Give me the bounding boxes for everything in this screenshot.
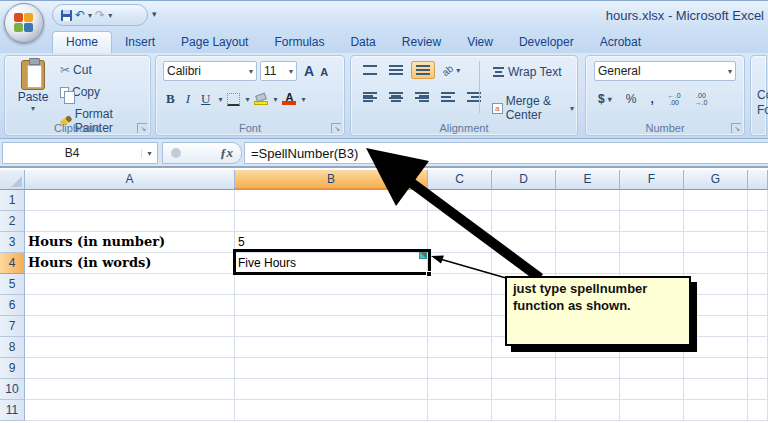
tab-page-layout[interactable]: Page Layout xyxy=(168,32,261,53)
cell-D4[interactable] xyxy=(492,253,556,274)
column-header-E[interactable]: E xyxy=(556,170,620,190)
name-box-dropdown-icon[interactable]: ▾ xyxy=(141,149,157,158)
name-box[interactable]: B4 ▾ xyxy=(2,142,158,164)
cell-C1[interactable] xyxy=(428,190,492,211)
office-button[interactable] xyxy=(4,3,44,43)
column-header-F[interactable]: F xyxy=(620,170,684,190)
cell-A10[interactable] xyxy=(25,379,235,400)
cell-A3[interactable]: Hours (in number) xyxy=(25,232,235,253)
row-header-5[interactable]: 5 xyxy=(0,274,25,295)
cell-B4[interactable]: Five Hours xyxy=(235,253,428,274)
underline-button[interactable]: U xyxy=(198,89,213,109)
cell-G10[interactable] xyxy=(684,379,748,400)
cell-partial-7[interactable] xyxy=(748,316,768,337)
cell-partial-4[interactable] xyxy=(748,253,768,274)
comma-button[interactable]: , xyxy=(646,89,657,109)
cell-partial-8[interactable] xyxy=(748,337,768,358)
qat-customize-icon[interactable]: ▾ xyxy=(152,9,157,19)
cell-E4[interactable] xyxy=(556,253,620,274)
cell-B10[interactable] xyxy=(235,379,428,400)
row-header-1[interactable]: 1 xyxy=(0,190,25,211)
decrease-indent-button[interactable] xyxy=(437,89,459,105)
fill-handle[interactable] xyxy=(426,271,432,277)
cell-C8[interactable] xyxy=(428,337,492,358)
column-header-D[interactable]: D xyxy=(492,170,556,190)
cell-E3[interactable] xyxy=(556,232,620,253)
cell-C6[interactable] xyxy=(428,295,492,316)
cell-G7[interactable] xyxy=(684,316,748,337)
undo-button[interactable]: ↶ xyxy=(75,9,85,21)
cell-A4[interactable]: Hours (in words) xyxy=(25,253,235,274)
cell-B11[interactable] xyxy=(235,400,428,421)
italic-button[interactable]: I xyxy=(183,89,193,109)
cell-B9[interactable] xyxy=(235,358,428,379)
align-right-button[interactable] xyxy=(411,89,433,105)
bold-button[interactable]: B xyxy=(163,89,178,109)
column-header-G[interactable]: G xyxy=(684,170,748,190)
font-size-dropdown-icon[interactable]: ▾ xyxy=(289,67,293,76)
decrease-decimal-button[interactable]: .00 →.0 xyxy=(691,89,712,109)
tab-formulas[interactable]: Formulas xyxy=(261,32,337,53)
cell-partial-5[interactable] xyxy=(748,274,768,295)
row-header-3[interactable]: 3 xyxy=(0,232,25,253)
cell-G11[interactable] xyxy=(684,400,748,421)
cell-F2[interactable] xyxy=(620,211,684,232)
grow-font-button[interactable]: A xyxy=(301,61,317,81)
cell-G5[interactable] xyxy=(684,274,748,295)
cell-F11[interactable] xyxy=(620,400,684,421)
cell-C5[interactable] xyxy=(428,274,492,295)
clipboard-dialog-launcher-icon[interactable]: ↘ xyxy=(137,123,147,133)
cell-G2[interactable] xyxy=(684,211,748,232)
percent-button[interactable]: % xyxy=(622,89,641,109)
select-all-corner[interactable] xyxy=(0,170,25,190)
column-header-partial[interactable] xyxy=(748,170,768,190)
orientation-button[interactable]: ab ▾ xyxy=(439,63,463,78)
align-top-button[interactable] xyxy=(359,62,381,78)
cell-B8[interactable] xyxy=(235,337,428,358)
cell-C4[interactable] xyxy=(428,253,492,274)
cell-G9[interactable] xyxy=(684,358,748,379)
cell-E2[interactable] xyxy=(556,211,620,232)
cell-B2[interactable] xyxy=(235,211,428,232)
increase-indent-button[interactable] xyxy=(463,89,485,105)
cell-D3[interactable] xyxy=(492,232,556,253)
tab-home[interactable]: Home xyxy=(52,31,112,53)
cell-A11[interactable] xyxy=(25,400,235,421)
redo-button[interactable]: ↷ xyxy=(95,9,105,21)
fill-color-dropdown-icon[interactable]: ▾ xyxy=(273,95,277,104)
cell-F1[interactable] xyxy=(620,190,684,211)
cell-partial-1[interactable] xyxy=(748,190,768,211)
shrink-font-button[interactable]: A xyxy=(317,64,331,80)
orientation-dropdown-icon[interactable]: ▾ xyxy=(456,66,460,75)
borders-dropdown-icon[interactable]: ▾ xyxy=(245,95,249,104)
align-bottom-button[interactable] xyxy=(411,61,435,79)
number-dialog-launcher-icon[interactable]: ↘ xyxy=(731,123,741,133)
redo-dropdown-icon[interactable]: ▾ xyxy=(108,11,112,20)
paste-button[interactable]: Paste ▾ xyxy=(13,60,53,113)
cell-F4[interactable] xyxy=(620,253,684,274)
paste-dropdown-icon[interactable]: ▾ xyxy=(13,104,53,113)
cell-C9[interactable] xyxy=(428,358,492,379)
cell-partial-9[interactable] xyxy=(748,358,768,379)
align-center-button[interactable] xyxy=(385,89,407,105)
tab-data[interactable]: Data xyxy=(337,32,388,53)
cell-A8[interactable] xyxy=(25,337,235,358)
cell-D10[interactable] xyxy=(492,379,556,400)
merge-center-button[interactable]: a Merge & Center ▾ xyxy=(489,92,577,124)
cell-B1[interactable] xyxy=(235,190,428,211)
cell-E10[interactable] xyxy=(556,379,620,400)
row-header-9[interactable]: 9 xyxy=(0,358,25,379)
cell-C7[interactable] xyxy=(428,316,492,337)
tab-review[interactable]: Review xyxy=(389,32,454,53)
undo-dropdown-icon[interactable]: ▾ xyxy=(88,11,92,20)
cell-B5[interactable] xyxy=(235,274,428,295)
cell-F10[interactable] xyxy=(620,379,684,400)
font-color-dropdown-icon[interactable]: ▾ xyxy=(301,95,305,104)
wrap-text-button[interactable]: Wrap Text xyxy=(489,63,565,81)
column-header-C[interactable]: C xyxy=(428,170,492,190)
cell-A1[interactable] xyxy=(25,190,235,211)
underline-dropdown-icon[interactable]: ▾ xyxy=(218,95,222,104)
merge-center-dropdown-icon[interactable]: ▾ xyxy=(570,104,574,113)
column-header-B[interactable]: B xyxy=(235,170,428,190)
row-header-2[interactable]: 2 xyxy=(0,211,25,232)
